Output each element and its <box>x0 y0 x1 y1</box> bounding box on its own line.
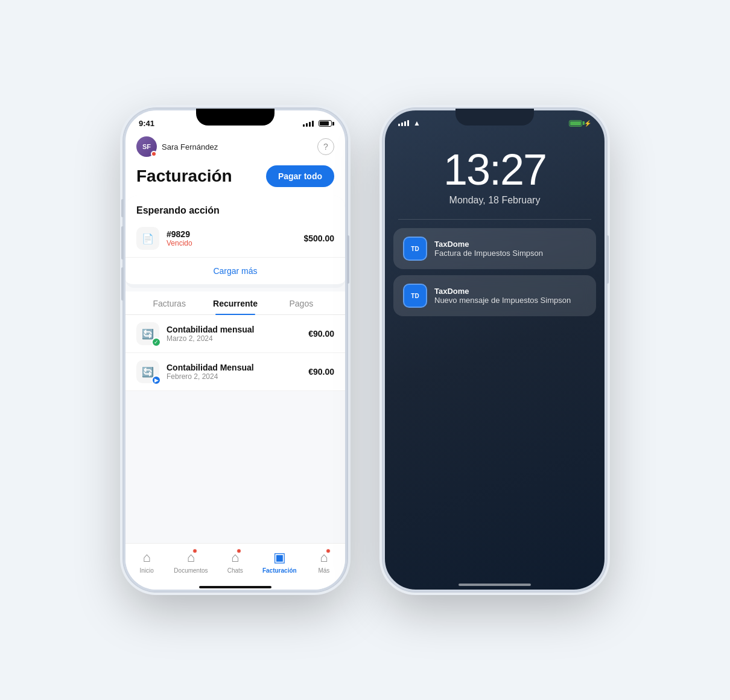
rec-date-1: Marzo 2, 2024 <box>167 334 301 343</box>
rec-name-2: Contabilidad Mensual <box>167 363 301 372</box>
chats-dot <box>236 549 241 553</box>
content-area: Esperando acción 📄 #9829 Vencido $500.00… <box>125 196 345 543</box>
invoice-status: Vencido <box>167 239 296 247</box>
notification-1[interactable]: TD TaxDome Factura de Impuestos Simpson <box>393 228 596 269</box>
notif-content-2: TaxDome Nuevo mensaje de Impuestos Simps… <box>434 287 586 305</box>
tabs: Facturas Recurrente Pagos <box>125 291 345 315</box>
rec-badge-2: ▶ <box>151 375 161 385</box>
tab-recurrente[interactable]: Recurrente <box>202 291 268 314</box>
rec-icon-2: 🔄 ▶ <box>136 360 159 383</box>
invoice-details: #9829 Vencido <box>167 229 296 247</box>
nav-label-facturacion: Facturación <box>262 567 297 574</box>
recurrent-item-2[interactable]: 🔄 ▶ Contabilidad Mensual Febrero 2, 2024… <box>125 353 345 391</box>
waiting-section-header: Esperando acción <box>125 196 345 220</box>
battery-right <box>569 120 582 127</box>
lock-time-text: 13:27 <box>385 148 605 191</box>
user-name: Sara Fernández <box>162 142 218 151</box>
right-phone: ▲ ⚡ 13:27 Monday, 18 February TD TaxDo <box>383 109 606 591</box>
home-indicator-left <box>125 586 345 590</box>
notif-app-1: TaxDome <box>434 240 586 249</box>
signal-right: ▲ <box>398 119 421 127</box>
left-phone: 9:41 SF Sara Fernández <box>124 109 347 591</box>
nav-label-chats: Chats <box>227 567 243 574</box>
notch-left <box>196 109 275 126</box>
rec-icon-1: 🔄 ✓ <box>136 322 159 345</box>
bottom-nav: ⌂ Inicio ⌂ Documentos ⌂ Chats <box>125 543 345 586</box>
divider <box>398 219 591 220</box>
rec-details-1: Contabilidad mensual Marzo 2, 2024 <box>167 325 301 343</box>
invoice-item[interactable]: 📄 #9829 Vencido $500.00 <box>125 220 345 258</box>
taxdome-logo-2: TD <box>403 284 427 308</box>
recurrent-item-1[interactable]: 🔄 ✓ Contabilidad mensual Marzo 2, 2024 €… <box>125 315 345 353</box>
docs-dot <box>192 549 197 553</box>
nav-item-chats[interactable]: ⌂ Chats <box>220 550 250 574</box>
page-title: Facturación <box>136 167 232 186</box>
rec-details-2: Contabilidad Mensual Febrero 2, 2024 <box>167 363 301 381</box>
nav-item-inicio[interactable]: ⌂ Inicio <box>132 550 162 574</box>
rec-amount-2: €90.00 <box>308 367 334 377</box>
home-indicator-right <box>385 575 605 590</box>
invoice-amount: $500.00 <box>303 234 334 243</box>
page-header: Facturación Pagar todo <box>125 164 345 196</box>
signal-bars-left <box>303 121 314 127</box>
invoice-number: #9829 <box>167 229 296 239</box>
notch-right <box>455 109 534 126</box>
tab-pagos[interactable]: Pagos <box>268 291 334 314</box>
nav-label-inicio: Inicio <box>139 567 153 574</box>
home-icon: ⌂ <box>142 550 150 565</box>
taxdome-logo-1: TD <box>403 237 427 261</box>
rec-date-2: Febrero 2, 2024 <box>167 372 301 381</box>
notification-2[interactable]: TD TaxDome Nuevo mensaje de Impuestos Si… <box>393 275 596 316</box>
battery-left <box>319 120 332 127</box>
nav-label-mas: Más <box>318 567 329 574</box>
notif-app-2: TaxDome <box>434 287 586 296</box>
time-left: 9:41 <box>139 119 154 128</box>
notif-msg-1: Factura de Impuestos Simpson <box>434 249 586 258</box>
app-header: SF Sara Fernández ? <box>125 130 345 164</box>
rec-badge-1: ✓ <box>151 337 161 347</box>
rec-amount-1: €90.00 <box>308 329 334 339</box>
wifi-icon: ▲ <box>413 119 421 127</box>
nav-label-documentos: Documentos <box>174 567 208 574</box>
lock-time: 13:27 Monday, 18 February <box>385 130 605 211</box>
battery-right-wrap: ⚡ <box>567 120 591 127</box>
nav-item-facturacion[interactable]: ▣ Facturación <box>262 550 297 574</box>
user-info: SF Sara Fernández <box>136 136 218 157</box>
notif-msg-2: Nuevo mensaje de Impuestos Simpson <box>434 296 586 305</box>
nav-item-mas[interactable]: ⌂ Más <box>309 550 339 574</box>
notif-content-1: TaxDome Factura de Impuestos Simpson <box>434 240 586 258</box>
pay-all-button[interactable]: Pagar todo <box>266 165 334 187</box>
notifications: TD TaxDome Factura de Impuestos Simpson … <box>385 228 605 575</box>
tab-facturas[interactable]: Facturas <box>136 291 202 314</box>
invoice-icon: 📄 <box>136 227 159 250</box>
billing-icon: ▣ <box>273 550 286 565</box>
more-dot <box>326 549 331 553</box>
avatar-dot <box>151 151 157 157</box>
avatar: SF <box>136 136 157 157</box>
rec-name-1: Contabilidad mensual <box>167 325 301 334</box>
help-button[interactable]: ? <box>317 138 334 155</box>
lock-date: Monday, 18 February <box>385 195 605 206</box>
load-more-button[interactable]: Cargar más <box>125 258 345 288</box>
nav-item-documentos[interactable]: ⌂ Documentos <box>174 550 208 574</box>
status-icons-left <box>303 120 332 127</box>
